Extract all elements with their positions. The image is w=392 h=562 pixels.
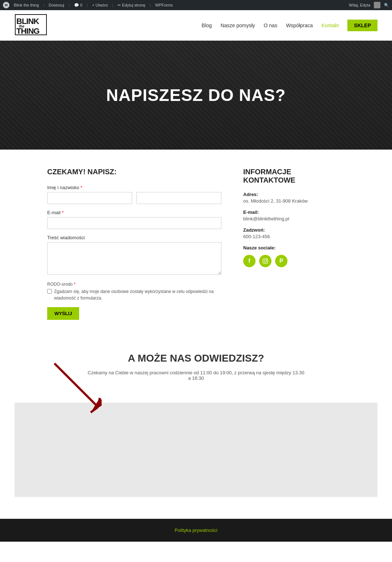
submit-button[interactable]: WYŚLIJ [47,307,79,320]
rodo-label: RODO-srodo * [47,282,221,287]
visit-text: Czekamy na Ciebie w naszej pracowni codz… [87,370,305,381]
name-row [47,192,221,204]
name-label: Imię i nazwisko * [47,185,221,190]
site-footer: Polityka prywatności [0,519,392,542]
email-info-block: E-mail: blink@blinkthething.pl [243,209,345,221]
nav-o-nas[interactable]: O nas [264,23,277,28]
map-area[interactable] [15,403,377,497]
nav-kontakt[interactable]: Kontakt [322,23,339,28]
last-name-input[interactable] [136,192,221,204]
footer-privacy-link[interactable]: Polityka prywatności [175,528,217,533]
admin-site-name[interactable]: Blink the thing [14,3,39,7]
email-label: E-mail * [47,210,221,215]
nav-nasze-pomysly[interactable]: Nasze pomysły [221,23,255,28]
wp-icon[interactable]: W [3,2,9,8]
arrow-svg [44,356,102,414]
main-content: CZEKAMY! NAPISZ: Imię i nazwisko * E-mai… [33,150,359,334]
email-group: E-mail * [47,210,221,229]
facebook-button[interactable]: f [243,255,256,267]
visit-section: A MOŻE NAS ODWIEDZISZ? Czekamy na Ciebie… [33,334,359,403]
message-textarea[interactable] [47,242,221,275]
first-name-input[interactable] [47,192,132,204]
admin-link-wpforms[interactable]: WPForms [155,3,173,7]
contact-email-value: blink@blinkthething.pl [243,216,345,221]
nav-wspolpraca[interactable]: Współpraca [286,23,313,28]
address-label: Adres: [243,192,345,197]
visit-wrapper: A MOŻE NAS ODWIEDZISZ? Czekamy na Ciebie… [0,334,392,519]
nav-blog[interactable]: Blog [202,23,212,28]
site-logo[interactable]: BLINK the THING [15,14,47,37]
admin-search-icon[interactable]: 🔍 [384,3,389,8]
site-header: BLINK the THING Blog Nasze pomysły O nas… [0,10,392,41]
contact-column: INFORMACJE KONTAKTOWE Adres: os. Młodośc… [243,168,345,273]
contact-title: INFORMACJE KONTAKTOWE [243,168,345,184]
name-group: Imię i nazwisko * [47,185,221,204]
contact-form: Imię i nazwisko * E-mail * [47,185,221,320]
svg-rect-5 [263,258,268,263]
logo-svg: BLINK the THING [15,14,47,36]
admin-avatar [374,2,380,8]
contact-email-label: E-mail: [243,209,345,215]
admin-user-greeting: Witaj, Edyta [349,3,370,7]
name-required: * [81,185,82,190]
nav-shop-button[interactable]: SKLEP [347,20,377,31]
message-label: Treść wiadomości [47,235,221,240]
socials-block: Nasze sociale: f P [243,245,345,267]
phone-label: Zadzwoń: [243,227,345,233]
rodo-group-wrapper: RODO-srodo * Zgadzam się, aby moje dane … [47,282,221,301]
two-col-layout: CZEKAMY! NAPISZ: Imię i nazwisko * E-mai… [47,168,345,320]
rodo-checkbox[interactable] [47,289,52,294]
address-block: Adres: os. Młodości 2, 31-908 Kraków [243,192,345,204]
svg-point-6 [264,260,267,262]
instagram-button[interactable] [259,255,271,267]
rodo-text: Zgadzam się, aby moje dane osobowe zosta… [54,288,221,301]
admin-link-comments[interactable]: 💬 0 [74,3,82,8]
hero-title: NAPISZESZ DO NAS? [106,85,286,105]
admin-right: Witaj, Edyta 🔍 [349,2,389,8]
form-column: CZEKAMY! NAPISZ: Imię i nazwisko * E-mai… [47,168,221,320]
svg-line-8 [54,363,98,407]
rodo-checkbox-group: Zgadzam się, aby moje dane osobowe zosta… [47,288,221,301]
main-nav: Blog Nasze pomysły O nas Współpraca Kont… [202,20,377,31]
admin-link-customize[interactable]: Dostosuj [49,3,64,7]
form-title: CZEKAMY! NAPISZ: [47,168,221,176]
hero-section: NAPISZESZ DO NAS? [0,41,392,150]
svg-point-7 [266,259,267,260]
socials-row: f P [243,255,345,267]
email-required: * [62,210,64,215]
phone-value: 600-123-456 [243,234,345,239]
admin-link-create[interactable]: + Utwórz [92,3,108,7]
svg-text:THING: THING [16,27,39,36]
socials-label: Nasze sociale: [243,245,345,251]
email-input[interactable] [47,217,221,229]
admin-link-edit-page[interactable]: ✏ Edytuj stronę [118,3,145,8]
pinterest-button[interactable]: P [275,255,287,267]
arrow-decoration [44,356,102,415]
address-value: os. Młodości 2, 31-908 Kraków [243,198,345,204]
admin-bar: W Blink the thing | Dostosuj | 💬 0 | + U… [0,0,392,10]
message-group: Treść wiadomości [47,235,221,276]
phone-block: Zadzwoń: 600-123-456 [243,227,345,239]
rodo-required: * [74,282,75,287]
